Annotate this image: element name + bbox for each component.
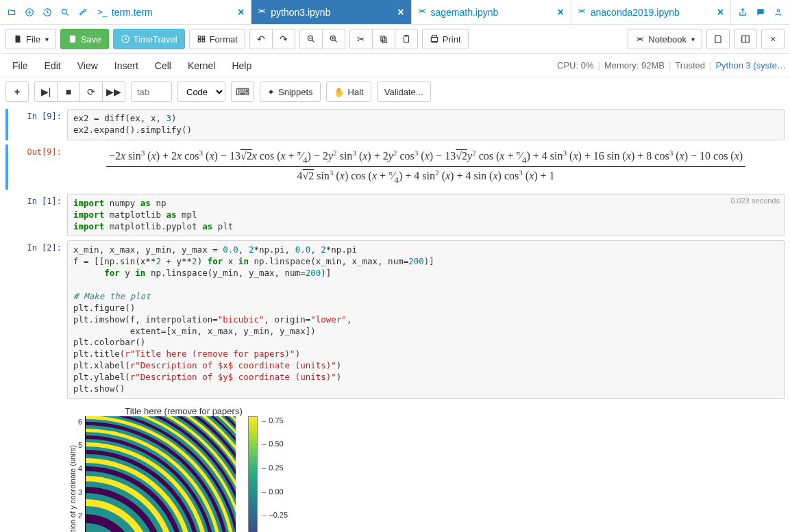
kernel-name[interactable]: Python 3 (syste… — [715, 60, 786, 71]
menu-help[interactable]: Help — [223, 56, 260, 75]
redo-button[interactable]: ↷ — [272, 29, 295, 49]
users-icon[interactable] — [769, 3, 787, 21]
cut-button[interactable]: ✂ — [349, 29, 373, 49]
svg-rect-7 — [404, 36, 408, 42]
close-icon[interactable]: × — [556, 6, 565, 18]
tab-strip: >_ term.term × python3.ipynb × sagemath.… — [92, 0, 731, 24]
timetravel-button[interactable]: TimeTravel — [113, 29, 185, 49]
button-label: Snippets — [278, 87, 313, 97]
close-button[interactable]: × — [761, 29, 785, 49]
jupyter-icon — [417, 6, 427, 18]
svg-rect-8 — [405, 35, 408, 36]
insert-cell-button[interactable]: + — [5, 81, 29, 102]
kernel-status: CPU: 0% | Memory: 92MB | Trusted | Pytho… — [557, 60, 786, 71]
timing-label: 0.023 seconds — [730, 196, 780, 206]
save-icon-button[interactable] — [706, 29, 730, 49]
zoom-group — [299, 29, 345, 49]
colorbar-ticks: 0.75 0.50 0.25 0.00 −0.25 −0.50 −0.75 — [262, 416, 288, 532]
halt-button[interactable]: ✋ Halt — [326, 81, 371, 102]
menu-cell[interactable]: Cell — [147, 56, 180, 75]
button-label: Notebook — [648, 34, 687, 45]
code-cell[interactable]: In [1]: 0.023 secondsimport numpy as np … — [5, 194, 785, 237]
cpu-indicator: CPU: 0% — [557, 60, 593, 71]
save-button[interactable]: Save — [60, 29, 109, 49]
clipboard-group: ✂ — [349, 29, 418, 49]
tab-label: anaconda2019.ipynb — [591, 7, 716, 18]
zoom-out-button[interactable] — [299, 29, 323, 49]
hand-icon: ✋ — [334, 87, 345, 97]
svg-point-1 — [62, 9, 66, 14]
svg-rect-6 — [382, 38, 386, 42]
svg-rect-5 — [381, 36, 385, 41]
keyboard-button[interactable]: ⌨ — [231, 81, 254, 102]
menu-view[interactable]: View — [69, 56, 106, 75]
undo-button[interactable]: ↶ — [249, 29, 273, 49]
code-cell[interactable]: In [2]: x_min, x_max, y_min, y_max = 0.0… — [5, 240, 785, 398]
code-cell[interactable]: In [9]: ex2 = diff(ex, x, 3) ex2.expand(… — [5, 109, 785, 140]
tab-sagemath[interactable]: sagemath.ipynb × — [412, 0, 571, 24]
button-label: Format — [210, 34, 238, 45]
snippets-button[interactable]: ✦ Snippets — [260, 81, 321, 102]
restart-button[interactable]: ⟳ — [79, 81, 103, 102]
plot-title: Title here (remove for papers) — [95, 406, 273, 416]
out-prompt: Out[9]: — [8, 144, 67, 190]
close-icon[interactable]: × — [236, 6, 245, 18]
code-input[interactable]: ex2 = diff(ex, x, 3) ex2.expand().simpli… — [67, 109, 785, 140]
file-menu-button[interactable]: File ▾ — [5, 29, 56, 49]
tab-term[interactable]: >_ term.term × — [92, 0, 251, 24]
memory-indicator: Memory: 92MB — [604, 60, 665, 71]
close-icon[interactable]: × — [716, 6, 725, 18]
file-toolbar: File ▾ Save TimeTravel Format ↶ ↷ ✂ Pr — [0, 25, 790, 54]
menu-edit[interactable]: Edit — [36, 56, 69, 75]
run-all-button[interactable]: ▶▶ — [102, 81, 125, 102]
notebook-menu-button[interactable]: Notebook ▾ — [628, 29, 702, 49]
code-input[interactable]: x_min, x_max, y_min, y_max = 0.0, 2*np.p… — [67, 240, 785, 398]
close-icon[interactable]: × — [396, 6, 405, 18]
plus-circle-icon[interactable] — [21, 3, 38, 21]
heatmap-canvas — [85, 416, 236, 532]
interrupt-button[interactable]: ■ — [57, 81, 80, 102]
tab-label: term.term — [112, 7, 236, 18]
notebook-toolbar: + ▶| ■ ⟳ ▶▶ Code ⌨ ✦ Snippets ✋ Halt Val… — [0, 77, 790, 106]
latex-output: −2x sin3 (x) + 2x cos3 (x) − 13√2x cos (… — [67, 144, 785, 190]
button-label: File — [26, 34, 40, 45]
menu-file[interactable]: File — [4, 56, 36, 75]
in-prompt: In [9]: — [8, 109, 67, 140]
chat-icon[interactable] — [752, 3, 769, 21]
code-input[interactable]: 0.023 secondsimport numpy as np import m… — [67, 194, 785, 237]
tab-python3[interactable]: python3.ipynb × — [251, 0, 411, 24]
folder-open-icon[interactable] — [3, 3, 21, 21]
caret-down-icon: ▾ — [691, 36, 695, 43]
y-axis-label: Description of y coordinate (units) — [67, 416, 78, 532]
y-ticks: 6 5 4 3 2 1 0 — [78, 416, 85, 532]
button-label: Halt — [348, 87, 364, 97]
cell-type-select[interactable]: Code — [177, 81, 225, 102]
tab-input[interactable] — [131, 81, 172, 102]
split-view-button[interactable] — [734, 29, 757, 49]
zoom-in-button[interactable] — [322, 29, 345, 49]
validate-button[interactable]: Validate... — [377, 81, 431, 102]
button-label: Save — [81, 34, 101, 45]
run-next-button[interactable]: ▶| — [34, 81, 58, 102]
history-icon[interactable] — [38, 3, 56, 21]
copy-button[interactable] — [372, 29, 395, 49]
colorbar: 0.75 0.50 0.25 0.00 −0.25 −0.50 −0.75 — [248, 416, 288, 532]
jupyter-icon — [257, 6, 267, 18]
trusted-indicator[interactable]: Trusted — [675, 60, 705, 71]
plot-output: Title here (remove for papers) Descripti… — [5, 403, 785, 532]
menu-insert[interactable]: Insert — [106, 56, 147, 75]
undo-redo-group: ↶ ↷ — [249, 29, 295, 49]
colorbar-gradient — [248, 416, 258, 532]
paste-button[interactable] — [395, 29, 418, 49]
format-button[interactable]: Format — [189, 29, 245, 49]
search-icon[interactable] — [56, 3, 74, 21]
jupyter-icon — [577, 6, 587, 18]
wrench-icon[interactable] — [74, 3, 92, 21]
share-icon[interactable] — [734, 3, 752, 21]
app-top-bar: >_ term.term × python3.ipynb × sagemath.… — [0, 0, 790, 25]
menu-kernel[interactable]: Kernel — [180, 56, 223, 75]
print-button[interactable]: Print — [422, 29, 469, 49]
in-prompt: In [1]: — [5, 194, 67, 237]
button-label: TimeTravel — [134, 34, 177, 45]
tab-anaconda2019[interactable]: anaconda2019.ipynb × — [571, 0, 731, 24]
